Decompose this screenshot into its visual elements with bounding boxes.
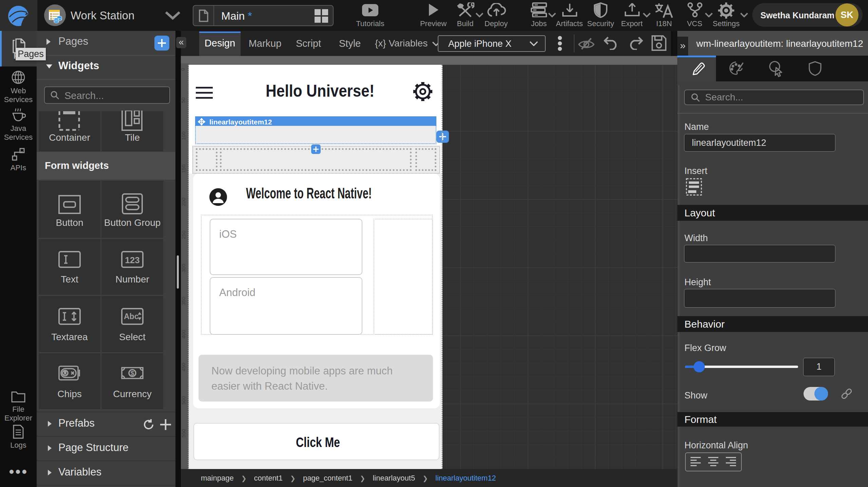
svg-text:$: $: [131, 370, 134, 377]
svg-text:Abc: Abc: [124, 312, 139, 321]
svg-text:123: 123: [125, 255, 139, 265]
